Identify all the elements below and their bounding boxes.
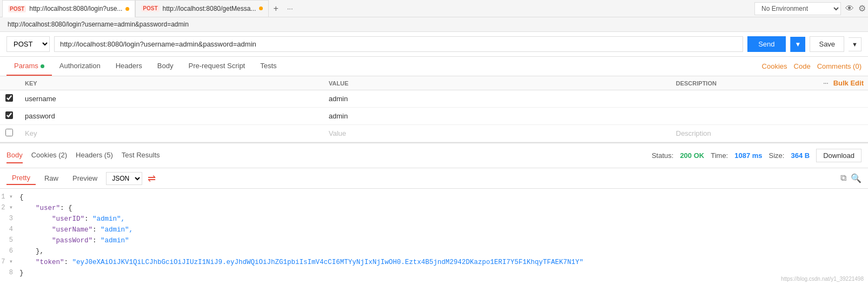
code-line-6: 6 },	[0, 246, 868, 257]
cookies-link[interactable]: Cookies	[762, 62, 787, 70]
line-number-3: 3	[0, 214, 19, 224]
param-desc-2	[671, 108, 771, 125]
tab-dot-1	[125, 7, 129, 11]
code-line-2: 2 ▾ "user": {	[0, 203, 868, 214]
raw-button[interactable]: Raw	[39, 172, 64, 184]
line-content-4: "userName": "admin",	[19, 224, 868, 235]
param-key-1: username	[19, 90, 323, 108]
params-dot	[41, 64, 44, 68]
code-line-8: 8}	[0, 268, 868, 279]
save-button[interactable]: Save	[810, 36, 844, 52]
tab-dot-2	[259, 6, 263, 10]
tab-url-1: http://localhost:8080/login?use...	[29, 5, 122, 12]
pretty-button[interactable]: Pretty	[6, 171, 36, 185]
search-icon[interactable]: 🔍	[851, 173, 862, 183]
code-line-4: 4 "userName": "admin",	[0, 224, 868, 235]
more-tabs-button[interactable]: ···	[283, 4, 297, 12]
add-tab-button[interactable]: +	[269, 4, 282, 14]
param-desc-1	[671, 90, 771, 108]
line-number-2: 2 ▾	[0, 203, 19, 213]
tab-login[interactable]: POST http://localhost:8080/login?use...	[2, 0, 135, 17]
table-row: username admin	[0, 90, 868, 108]
tab-method-2: POST	[141, 5, 159, 12]
line-number-5: 5	[0, 235, 19, 246]
col-value: VALUE	[323, 76, 671, 90]
response-toolbar: Pretty Raw Preview JSON ⇌ ⧉ 🔍	[0, 168, 868, 189]
watermark: https://blog.csdn.nat/y1_39221498	[781, 276, 864, 282]
tab-pre-request[interactable]: Pre-request Script	[181, 57, 253, 76]
status-label: Status:	[652, 151, 673, 160]
code-line-1: 1 ▾{	[0, 192, 868, 203]
params-table: KEY VALUE DESCRIPTION ··· Bulk Edit user…	[0, 76, 868, 142]
download-button[interactable]: Download	[816, 149, 862, 162]
tab-tests[interactable]: Tests	[253, 57, 284, 76]
send-dropdown-button[interactable]: ▼	[790, 37, 806, 52]
code-line-3: 3 "userID": "admin",	[0, 214, 868, 224]
param-check-2[interactable]	[5, 111, 13, 119]
line-number-7: 7 ▾	[0, 257, 19, 267]
method-select[interactable]: POST	[6, 36, 50, 52]
code-line-7: 7 ▾ "token": "eyJ0eXAiOiJKV1QiLCJhbGciOi…	[0, 257, 868, 268]
more-options-icon[interactable]: ···	[823, 80, 828, 87]
params-section: KEY VALUE DESCRIPTION ··· Bulk Edit user…	[0, 76, 868, 142]
tab-getmessage[interactable]: POST http://localhost:8080/getMessa...	[135, 0, 269, 17]
resp-tab-headers[interactable]: Headers (5)	[76, 148, 113, 163]
new-param-row: Key Value Description	[0, 125, 868, 142]
line-number-4: 4	[0, 224, 19, 235]
tab-method-1: POST	[8, 5, 26, 12]
format-select[interactable]: JSON	[106, 172, 142, 185]
status-value: 200 OK	[680, 151, 704, 160]
url-display-bar: http://localhost:8080/login?username=adm…	[0, 17, 868, 32]
tab-url-2: http://localhost:8080/getMessa...	[163, 5, 256, 12]
bulk-edit-button[interactable]: Bulk Edit	[833, 79, 864, 87]
new-param-check[interactable]	[5, 129, 13, 136]
request-tabs: Params Authorization Headers Body Pre-re…	[0, 57, 868, 76]
tab-authorization[interactable]: Authorization	[52, 57, 108, 76]
line-content-7: "token": "eyJ0eXAiOiJKV1QiLCJhbGciOiJIUz…	[19, 257, 868, 268]
code-link[interactable]: Code	[794, 62, 811, 70]
copy-icon[interactable]: ⧉	[840, 173, 846, 183]
tab-headers[interactable]: Headers	[108, 57, 150, 76]
table-row: password admin	[0, 108, 868, 125]
comments-link[interactable]: Comments (0)	[817, 62, 862, 70]
new-param-desc[interactable]: Description	[671, 125, 771, 142]
size-value: 364 B	[791, 151, 810, 160]
tab-body[interactable]: Body	[150, 57, 181, 76]
save-dropdown-button[interactable]: ▼	[849, 37, 862, 51]
preview-button[interactable]: Preview	[67, 172, 103, 184]
param-check-1[interactable]	[5, 94, 13, 102]
resp-tab-test-results[interactable]: Test Results	[122, 148, 160, 163]
line-number-1: 1 ▾	[0, 192, 19, 202]
line-content-3: "userID": "admin",	[19, 214, 868, 224]
eye-icon[interactable]: 👁	[845, 4, 854, 14]
new-param-value[interactable]: Value	[323, 125, 671, 142]
line-content-8: }	[19, 268, 868, 279]
line-content-6: },	[19, 246, 868, 257]
resp-tab-body[interactable]: Body	[6, 148, 23, 163]
req-tab-right: Cookies Code Comments (0)	[762, 62, 862, 70]
line-content-5: "passWord": "admin"	[19, 235, 868, 246]
url-input[interactable]	[54, 36, 743, 52]
environment-select[interactable]: No Environment	[754, 2, 841, 15]
time-value: 1087 ms	[734, 151, 762, 160]
response-meta: Status: 200 OK Time: 1087 ms Size: 364 B…	[652, 149, 862, 162]
tab-params[interactable]: Params	[6, 57, 52, 76]
col-check	[0, 76, 19, 90]
time-label: Time:	[711, 151, 728, 160]
col-key: KEY	[19, 76, 323, 90]
line-content-2: "user": {	[19, 203, 868, 214]
line-content-1: {	[19, 192, 868, 203]
param-value-2: admin	[323, 108, 671, 125]
tab-bar-right: No Environment 👁 ⚙	[754, 2, 866, 15]
response-section: Body Cookies (2) Headers (5) Test Result…	[0, 142, 868, 282]
settings-icon[interactable]: ⚙	[858, 3, 866, 14]
request-bar: POST Send ▼ Save ▼	[0, 32, 868, 57]
size-label: Size:	[769, 151, 785, 160]
code-view: 1 ▾{2 ▾ "user": {3 "userID": "admin",4 "…	[0, 189, 868, 282]
response-header: Body Cookies (2) Headers (5) Test Result…	[0, 143, 868, 168]
new-param-key[interactable]: Key	[19, 125, 323, 142]
code-line-5: 5 "passWord": "admin"	[0, 235, 868, 246]
resp-tab-cookies[interactable]: Cookies (2)	[31, 148, 67, 163]
send-button[interactable]: Send	[747, 36, 785, 52]
wrap-icon[interactable]: ⇌	[148, 173, 156, 184]
